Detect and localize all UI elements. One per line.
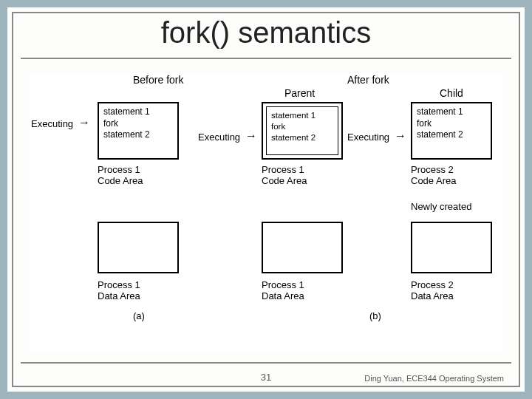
column-header-child: Child <box>440 87 463 99</box>
arrow-icon: → <box>245 130 257 142</box>
executing-label-parent: Executing <box>198 132 240 143</box>
child-data-box <box>411 222 492 273</box>
caption-newly-created: Newly created <box>411 201 471 212</box>
arrow-icon: → <box>78 117 90 129</box>
parent-data-box <box>262 222 343 273</box>
footer-divider <box>21 362 511 364</box>
child-code-box: statement 1 fork statement 2 <box>411 102 492 160</box>
arrow-icon: → <box>395 130 406 142</box>
slide-title: fork() semantics <box>7 16 525 50</box>
code-text: statement 1 fork statement 2 <box>271 110 316 143</box>
subfigure-label-a: (a) <box>133 310 145 321</box>
caption-p1-data-parent: Process 1 Data Area <box>262 279 304 301</box>
header-after-fork: After fork <box>347 74 389 86</box>
code-text: statement 1 fork statement 2 <box>417 106 463 141</box>
parent-code-box-inner: statement 1 fork statement 2 <box>266 106 338 155</box>
code-text: statement 1 fork statement 2 <box>103 106 150 141</box>
caption-p1-code-before: Process 1 Code Area <box>98 164 143 186</box>
caption-p1-data-before: Process 1 Data Area <box>98 279 140 301</box>
fork-diagram: Before fork After fork Parent Child Exec… <box>30 74 502 351</box>
subfigure-label-b: (b) <box>369 310 381 321</box>
column-header-parent: Parent <box>284 87 315 99</box>
caption-p1-code-parent: Process 1 Code Area <box>262 164 307 186</box>
executing-label-before: Executing <box>31 118 73 129</box>
title-underline <box>21 58 511 59</box>
executing-label-child: Executing <box>347 132 389 143</box>
header-before-fork: Before fork <box>133 74 183 86</box>
slide-credit: Ding Yuan, ECE344 Operating System <box>364 374 504 383</box>
process1-code-box-before: statement 1 fork statement 2 <box>98 102 179 160</box>
caption-p2-data: Process 2 Data Area <box>411 279 454 301</box>
diagram-container: Before fork After fork Parent Child Exec… <box>30 74 502 351</box>
caption-p2-code: Process 2 Code Area <box>411 164 456 186</box>
process1-data-box-before <box>98 222 179 273</box>
